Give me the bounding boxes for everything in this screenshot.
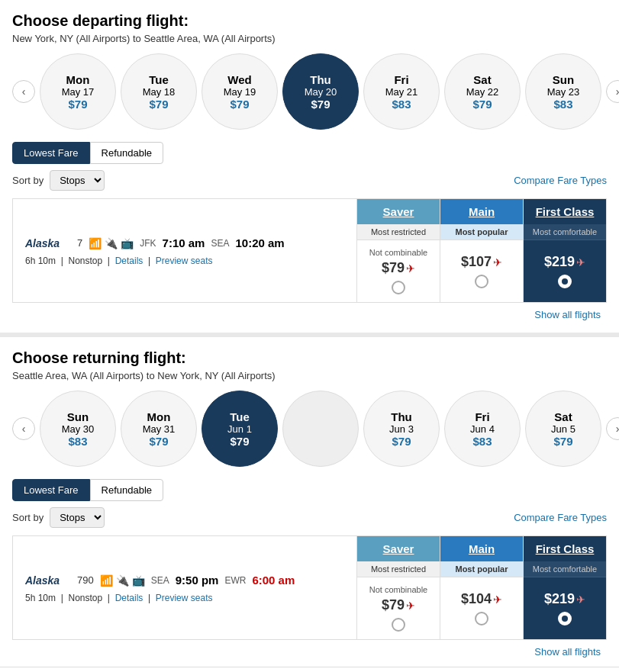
date-pill[interactable]: MonMay 31$79 <box>121 391 197 467</box>
ret-first-radio[interactable] <box>558 612 572 625</box>
ret-plug-icon: 🔌 <box>116 574 129 587</box>
departing-flight-meta: 6h 10m | Nonstop | Details | Preview sea… <box>25 256 344 266</box>
ret-details-link[interactable]: Details <box>115 593 143 603</box>
ret-arrival-time: 6:00 am <box>252 574 295 587</box>
date-pill[interactable]: FriJun 4$83 <box>444 391 521 467</box>
dep-saver-not-combinable: Not combinable <box>369 248 427 257</box>
pill-dow: Thu <box>391 410 412 423</box>
ret-tab-refundable[interactable]: Refundable <box>90 479 164 501</box>
ret-main-sub: Most popular <box>440 561 523 577</box>
dep-saver-price-area[interactable]: Not combinable $79 ✈ <box>357 240 440 302</box>
ret-carousel-prev[interactable]: ‹ <box>12 417 35 440</box>
ret-main-icon: ✈ <box>493 593 502 606</box>
ret-departure-time: 9:50 pm <box>176 574 219 587</box>
returning-fare-tabs: Lowest Fare Refundable <box>12 479 607 501</box>
dep-arrival-airport: SEA <box>211 238 229 249</box>
returning-flight-icons: 📶 🔌 📺 <box>100 574 145 587</box>
ret-tab-lowest-fare[interactable]: Lowest Fare <box>12 479 90 501</box>
wifi-icon: 📶 <box>89 237 102 249</box>
pill-price: $79 <box>149 435 168 448</box>
dep-first-header: First Class <box>524 199 606 224</box>
departing-main-col: Main Most popular $107 ✈ <box>440 199 523 302</box>
ret-preview-seats-link[interactable]: Preview seats <box>156 593 213 603</box>
ret-main-link[interactable]: Main <box>469 542 495 555</box>
returning-airline-logo: Alaska <box>25 573 71 588</box>
returning-first-col: First Class Most comfortable $219 ✈ <box>523 536 606 639</box>
ret-compare-fare-link[interactable]: Compare Fare Types <box>514 512 607 523</box>
dep-first-price: $219 <box>544 254 575 270</box>
ret-first-link[interactable]: First Class <box>536 542 595 555</box>
date-pill[interactable]: TueJun 1$79 <box>201 391 278 467</box>
ret-main-header: Main <box>440 536 523 561</box>
pill-date: Jun 4 <box>470 423 495 435</box>
date-pill[interactable]: FriMay 21$83 <box>363 53 440 130</box>
ret-sort-label: Sort by <box>12 512 44 523</box>
ret-saver-icon: ✈ <box>406 600 415 612</box>
ret-main-price-area[interactable]: $104 ✈ <box>440 577 523 639</box>
ret-first-price-area[interactable]: $219 ✈ <box>524 577 606 639</box>
dep-first-price-area[interactable]: $219 ✈ <box>524 240 606 302</box>
dep-departure-time: 7:10 am <box>163 236 205 249</box>
date-pill[interactable]: ThuMay 20$79 <box>282 53 359 130</box>
departing-flight-num: 7 <box>77 237 82 249</box>
dep-first-radio[interactable] <box>558 275 572 288</box>
date-pill[interactable]: SatMay 22$79 <box>444 53 521 130</box>
ret-carousel-next[interactable]: › <box>606 417 619 440</box>
pill-date: Jun 3 <box>389 423 414 435</box>
returning-date-carousel: ‹ SunMay 30$83MonMay 31$79TueJun 1$79Thu… <box>12 391 607 467</box>
compare-fare-link[interactable]: Compare Fare Types <box>514 175 607 186</box>
dep-preview-seats-link[interactable]: Preview seats <box>156 256 213 266</box>
ret-saver-radio[interactable] <box>392 618 405 632</box>
returning-date-pills: SunMay 30$83MonMay 31$79TueJun 1$79ThuJu… <box>40 391 601 467</box>
ret-saver-link[interactable]: Saver <box>383 542 414 555</box>
dep-saver-price: $79 <box>382 260 405 276</box>
ret-main-radio[interactable] <box>475 612 488 625</box>
date-pill[interactable]: MonMay 17$79 <box>40 53 116 130</box>
pill-price: $79 <box>472 98 492 111</box>
dep-saver-icon: ✈ <box>406 262 415 275</box>
returning-fare-cols: Saver Most restricted Not combinable $79… <box>356 536 606 639</box>
date-pill[interactable]: SunMay 23$83 <box>525 53 601 130</box>
pill-price: $83 <box>553 98 572 111</box>
dep-show-all-link[interactable]: Show all flights <box>12 306 607 323</box>
pill-date: May 17 <box>62 86 95 98</box>
date-pill[interactable] <box>282 391 359 467</box>
pill-date: May 30 <box>62 423 95 435</box>
tab-lowest-fare[interactable]: Lowest Fare <box>12 142 90 164</box>
date-pill[interactable]: WedMay 19$79 <box>201 53 278 130</box>
dep-main-price: $107 <box>461 254 492 270</box>
returning-flight-num: 790 <box>77 574 94 586</box>
carousel-next-button[interactable]: › <box>606 80 619 103</box>
tab-refundable[interactable]: Refundable <box>90 142 164 164</box>
dep-first-link[interactable]: First Class <box>536 205 595 218</box>
ret-show-all-link[interactable]: Show all flights <box>12 643 607 661</box>
date-pill[interactable]: TueMay 18$79 <box>121 53 197 130</box>
ret-first-price: $219 <box>544 591 575 607</box>
date-pill[interactable]: ThuJun 3$79 <box>363 391 440 467</box>
pill-date: Jun 5 <box>551 423 575 435</box>
ret-sort-select[interactable]: Stops <box>50 507 105 528</box>
ret-tv-icon: 📺 <box>132 574 145 587</box>
pill-date: May 18 <box>143 86 176 98</box>
departing-subtitle: New York, NY (All Airports) to Seattle A… <box>12 33 607 44</box>
carousel-prev-button[interactable]: ‹ <box>12 80 35 103</box>
dep-saver-sub: Most restricted <box>357 224 440 240</box>
dep-stops: Nonstop <box>68 256 102 266</box>
ret-saver-price-area[interactable]: Not combinable $79 ✈ <box>357 577 440 639</box>
dep-saver-radio[interactable] <box>392 281 405 294</box>
ret-duration: 5h 10m <box>25 593 56 603</box>
pill-dow: Sat <box>554 410 572 423</box>
dep-main-link[interactable]: Main <box>469 205 495 218</box>
departing-date-carousel: ‹ MonMay 17$79TueMay 18$79WedMay 19$79Th… <box>12 53 607 130</box>
pill-price: $83 <box>472 435 492 448</box>
dep-saver-link[interactable]: Saver <box>383 205 414 218</box>
dep-main-price-area[interactable]: $107 ✈ <box>440 240 523 302</box>
dep-main-radio[interactable] <box>475 275 488 288</box>
date-pill[interactable]: SunMay 30$83 <box>40 391 116 467</box>
returning-section: Choose returning flight: Seattle Area, W… <box>0 337 619 661</box>
pill-price: $79 <box>392 435 411 448</box>
date-pill[interactable]: SatJun 5$79 <box>525 391 601 467</box>
dep-details-link[interactable]: Details <box>115 256 143 266</box>
sort-select[interactable]: Stops <box>50 170 105 191</box>
returning-sort-row: Sort by Stops Compare Fare Types <box>12 507 607 528</box>
